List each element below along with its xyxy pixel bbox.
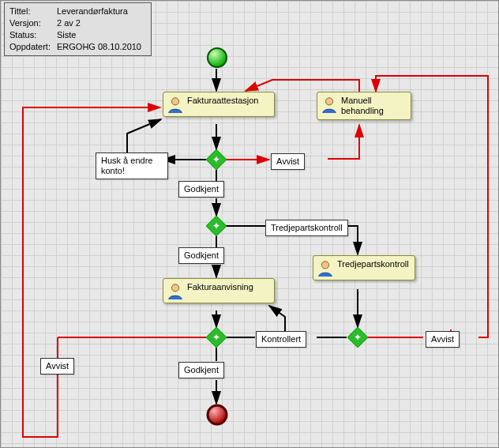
user-icon [167, 96, 184, 113]
label-godkjent-3: Godkjent [178, 362, 224, 378]
metadata-panel: Tittel:Leverandørfaktura Versjon:2 av 2 … [4, 2, 152, 56]
task-label: Tredjepartskontroll [334, 259, 409, 269]
label-avvist-right: Avvist [426, 331, 460, 348]
svg-point-22 [171, 98, 178, 105]
svg-text:✦: ✦ [354, 332, 362, 343]
svg-text:✦: ✦ [212, 332, 220, 343]
note-husk-endre-konto: Husk å endre konto! [96, 152, 168, 179]
task-manuell-behandling[interactable]: Manuell behandling [317, 92, 411, 120]
svg-point-21 [208, 48, 227, 67]
svg-point-34 [208, 405, 227, 424]
task-fakturaanvisning[interactable]: Fakturaanvisning [163, 278, 275, 303]
status-value: Siste [57, 30, 146, 40]
task-tredjepartskontroll[interactable]: Tredjepartskontroll [313, 255, 415, 280]
task-fakturaattestasjon[interactable]: Fakturaattestasjon [163, 92, 275, 117]
version-value: 2 av 2 [57, 18, 146, 28]
end-event-icon [206, 404, 228, 426]
gateway-icon: ✦ [206, 149, 227, 170]
label-avvist-1: Avvist [271, 153, 305, 170]
label-godkjent-2: Godkjent [178, 247, 224, 264]
status-label: Status: [9, 30, 55, 40]
task-label: Fakturaattestasjon [184, 96, 259, 106]
svg-point-28 [171, 284, 178, 292]
process-canvas: Tittel:Leverandørfaktura Versjon:2 av 2 … [0, 0, 499, 448]
gateway-1[interactable]: ✦ [206, 149, 227, 171]
label-godkjent-1: Godkjent [178, 181, 224, 198]
gateway-icon: ✦ [206, 327, 227, 348]
label-text: Avvist [276, 156, 299, 166]
title-label: Tittel: [9, 6, 55, 17]
user-icon [321, 96, 338, 113]
gateway-4[interactable]: ✦ [347, 327, 368, 349]
gateway-2[interactable]: ✦ [206, 216, 227, 238]
svg-text:✦: ✦ [212, 220, 220, 232]
label-kontrollert: Kontrollert [256, 331, 306, 348]
start-event-icon [206, 47, 228, 69]
label-text: Godkjent [184, 365, 219, 375]
updated-value: ERGOHG 08.10.2010 [57, 42, 146, 52]
version-label: Versjon: [9, 18, 55, 28]
gateway-icon: ✦ [347, 327, 368, 348]
gateway-3[interactable]: ✦ [206, 327, 227, 349]
svg-text:✦: ✦ [212, 154, 220, 165]
label-text: Avvist [46, 361, 69, 371]
gateway-icon: ✦ [206, 216, 227, 236]
label-avvist-left: Avvist [40, 358, 74, 375]
user-icon [167, 282, 184, 299]
task-label: Fakturaanvisning [184, 282, 253, 292]
connectors [1, 1, 498, 447]
user-icon [317, 259, 334, 277]
title-value: Leverandørfaktura [57, 6, 146, 17]
start-event[interactable] [206, 47, 228, 70]
updated-label: Oppdatert: [9, 42, 55, 52]
task-label: Manuell behandling [338, 96, 406, 116]
note-text: Husk å endre konto! [101, 156, 152, 175]
label-text: Godkjent [184, 250, 219, 260]
svg-point-23 [325, 98, 332, 105]
svg-point-29 [321, 262, 328, 269]
label-text: Tredjepartskontroll [271, 223, 343, 232]
label-text: Avvist [431, 334, 454, 344]
label-tredjepartskontroll: Tredjepartskontroll [265, 220, 348, 236]
end-event[interactable] [206, 404, 228, 427]
label-text: Godkjent [184, 184, 219, 194]
label-text: Kontrollert [261, 334, 301, 344]
